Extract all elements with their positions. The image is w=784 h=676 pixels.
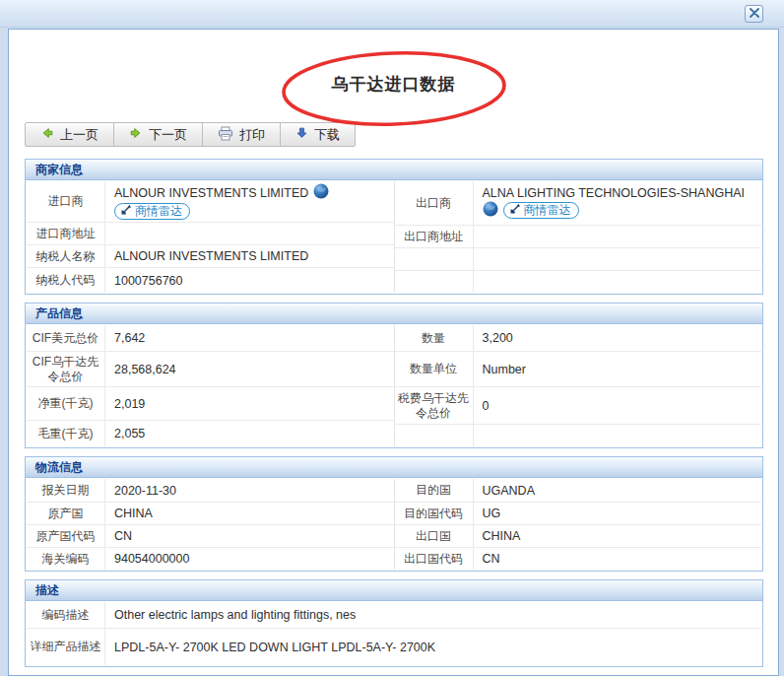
field-label: 报关日期 bbox=[27, 479, 105, 502]
exporter-name: ALNA LIGHTING TECHNOLOGIES-SHANGHAI bbox=[483, 186, 746, 200]
field-label: 目的国代码 bbox=[395, 503, 474, 524]
field-label: 数量 bbox=[395, 325, 474, 351]
table-row: 海关编码 94054000000 bbox=[27, 547, 394, 570]
section-header: 商家信息 bbox=[26, 160, 762, 180]
radar-badge[interactable]: 商情雷达 bbox=[114, 203, 190, 220]
table-row bbox=[395, 270, 762, 293]
table-row: 目的国代码 UG bbox=[395, 502, 762, 524]
globe-icon[interactable] bbox=[483, 201, 498, 220]
field-label: 毛重(千克) bbox=[27, 421, 105, 446]
field-label: 详细产品描述 bbox=[27, 629, 105, 665]
section-merchant-info: 商家信息 进口商 ALNOUR INVESTMENTS LIMITED bbox=[25, 159, 763, 295]
table-row: 数量 3,200 bbox=[395, 325, 762, 351]
field-value: 7,642 bbox=[105, 325, 394, 351]
table-row: 出口国 CHINA bbox=[395, 524, 762, 547]
field-label: 编码描述 bbox=[27, 602, 105, 628]
table-row: 纳税人代码 1000756760 bbox=[27, 267, 394, 293]
field-value: CN bbox=[105, 525, 394, 547]
prev-page-label: 上一页 bbox=[60, 126, 98, 144]
table-row: 出口商 ALNA LIGHTING TECHNOLOGIES-SHANGHAI … bbox=[395, 181, 762, 225]
printer-icon bbox=[218, 126, 233, 144]
download-label: 下载 bbox=[314, 126, 340, 144]
field-value: ALNOUR INVESTMENTS LIMITED 商情雷达 bbox=[105, 181, 394, 222]
field-label: 出口商 bbox=[395, 181, 474, 225]
close-icon bbox=[750, 7, 759, 21]
section-description: 描述 编码描述 Other electric lamps and lightin… bbox=[25, 579, 763, 667]
field-label: 海关编码 bbox=[27, 548, 105, 570]
field-label: 出口国 bbox=[395, 525, 474, 547]
field-value: ALNOUR INVESTMENTS LIMITED bbox=[105, 245, 394, 267]
field-value bbox=[474, 226, 762, 247]
next-page-label: 下一页 bbox=[149, 126, 187, 144]
field-value: 0 bbox=[474, 387, 762, 424]
field-value: 2,055 bbox=[105, 421, 394, 446]
field-value: ALNA LIGHTING TECHNOLOGIES-SHANGHAI 商情雷达 bbox=[474, 181, 762, 225]
field-value: 2,019 bbox=[105, 387, 394, 420]
table-row bbox=[395, 424, 762, 446]
field-value: CN bbox=[474, 548, 762, 570]
section-header: 描述 bbox=[26, 580, 762, 601]
field-value: Other electric lamps and lighting fittin… bbox=[105, 602, 761, 628]
field-label: 净重(千克) bbox=[27, 387, 105, 420]
table-row: CIF美元总价 7,642 bbox=[27, 325, 394, 351]
importer-name: ALNOUR INVESTMENTS LIMITED bbox=[114, 186, 308, 200]
arrow-left-icon bbox=[40, 126, 54, 143]
table-row: 数量单位 Number bbox=[395, 351, 762, 386]
field-label: 纳税人名称 bbox=[27, 245, 105, 267]
field-value: CHINA bbox=[474, 525, 762, 547]
globe-icon[interactable] bbox=[313, 183, 329, 202]
field-label: 进口商 bbox=[27, 181, 105, 222]
radar-icon bbox=[509, 203, 521, 218]
field-label: 原产国代码 bbox=[27, 525, 105, 547]
table-row: 净重(千克) 2,019 bbox=[27, 386, 394, 420]
radar-badge-label: 商情雷达 bbox=[524, 202, 571, 219]
arrow-down-icon bbox=[295, 126, 308, 143]
field-value: UG bbox=[474, 503, 762, 524]
field-label: 税费乌干达先令总价 bbox=[395, 387, 474, 424]
dialog-titlebar bbox=[0, 0, 784, 28]
section-logistics-info: 物流信息 报关日期 2020-11-30 原产国 CHINA 原产国代码 CN … bbox=[25, 456, 763, 572]
table-row: 纳税人名称 ALNOUR INVESTMENTS LIMITED bbox=[27, 244, 394, 267]
arrow-right-icon bbox=[129, 126, 143, 143]
field-value: UGANDA bbox=[474, 479, 762, 502]
section-header: 产品信息 bbox=[26, 304, 762, 324]
table-row: 详细产品描述 LPDL-5A-Y- 2700K LED DOWN LIGHT L… bbox=[27, 628, 761, 665]
radar-badge[interactable]: 商情雷达 bbox=[503, 202, 579, 219]
prev-page-button[interactable]: 上一页 bbox=[25, 122, 114, 147]
table-row: 原产国代码 CN bbox=[27, 524, 394, 547]
download-button[interactable]: 下载 bbox=[280, 122, 356, 147]
table-row: 出口商地址 bbox=[395, 225, 762, 247]
page-title: 乌干达进口数据 bbox=[332, 75, 456, 94]
field-label: 数量单位 bbox=[395, 352, 474, 386]
table-row: CIF乌干达先令总价 28,568,624 bbox=[27, 351, 394, 386]
print-label: 打印 bbox=[239, 126, 265, 144]
radar-icon bbox=[120, 204, 132, 219]
field-value: 3,200 bbox=[474, 325, 762, 351]
field-label: 目的国 bbox=[395, 479, 474, 502]
field-label: 纳税人代码 bbox=[27, 268, 105, 293]
table-row: 编码描述 Other electric lamps and lighting f… bbox=[27, 602, 761, 628]
field-label: 原产国 bbox=[27, 503, 105, 524]
field-value bbox=[474, 271, 762, 293]
field-label: 进口商地址 bbox=[27, 223, 105, 244]
close-button[interactable] bbox=[745, 5, 763, 23]
table-row: 报关日期 2020-11-30 bbox=[27, 479, 394, 502]
field-value: CHINA bbox=[105, 503, 394, 524]
field-label bbox=[395, 271, 474, 293]
table-row: 毛重(千克) 2,055 bbox=[27, 420, 394, 446]
table-row: 进口商 ALNOUR INVESTMENTS LIMITED 商情雷达 bbox=[27, 181, 394, 222]
field-value: 94054000000 bbox=[105, 548, 394, 570]
field-value: 2020-11-30 bbox=[105, 479, 394, 502]
section-header: 物流信息 bbox=[26, 457, 762, 478]
field-value: LPDL-5A-Y- 2700K LED DOWN LIGHT LPDL-5A-… bbox=[105, 629, 761, 665]
field-value: 1000756760 bbox=[105, 268, 394, 293]
table-row: 税费乌干达先令总价 0 bbox=[395, 386, 762, 424]
field-label bbox=[395, 425, 474, 446]
table-row: 原产国 CHINA bbox=[27, 502, 394, 524]
field-label: CIF乌干达先令总价 bbox=[27, 352, 105, 386]
toolbar: 上一页 下一页 打印 下载 bbox=[25, 122, 778, 147]
next-page-button[interactable]: 下一页 bbox=[113, 122, 203, 147]
field-label: 出口商地址 bbox=[395, 226, 474, 247]
print-button[interactable]: 打印 bbox=[202, 122, 281, 147]
field-value bbox=[105, 223, 394, 244]
